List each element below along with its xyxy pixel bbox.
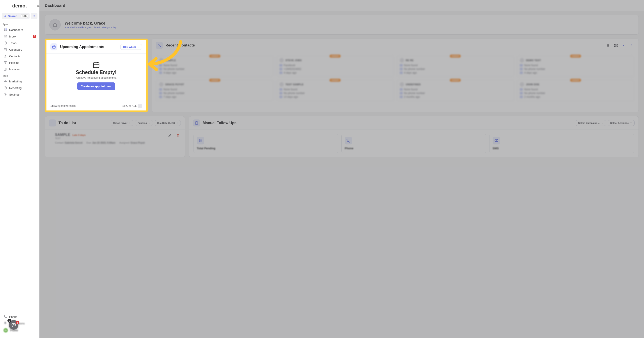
upcoming-filter-dropdown[interactable]: THIS WEEK: [120, 44, 142, 50]
contact-card[interactable]: OWNER STEVE JOBS Facebook+194920240024 d…: [276, 56, 394, 77]
svg-point-51: [199, 142, 200, 142]
avatar-icon: [400, 82, 404, 86]
svg-point-3: [4, 15, 6, 17]
followups-assignee-dropdown[interactable]: Select Assignee: [608, 120, 634, 126]
avatar-icon: Gr: [4, 328, 8, 332]
contact-name: TEST SAMPLE: [286, 83, 304, 86]
gear-icon: [4, 93, 7, 96]
tasks-icon: [4, 41, 7, 45]
chevron-right-nav-icon[interactable]: [629, 42, 634, 48]
nav-dashboard[interactable]: Dashboard: [2, 26, 38, 33]
svg-rect-38: [616, 44, 618, 45]
search-label: Search: [8, 14, 19, 18]
contact-card[interactable]: OWNER RE RE None foundNo phone number4 d…: [397, 56, 514, 77]
nav-inbox[interactable]: Inbox 2: [2, 33, 38, 40]
nav-tasks[interactable]: Tasks: [2, 40, 38, 46]
inbox-icon: [4, 35, 7, 38]
owner-tag: OWNER: [570, 54, 581, 58]
avatar-icon: [520, 58, 524, 62]
search-box[interactable]: Search ctrl K: [2, 13, 30, 19]
search-icon: [4, 14, 6, 18]
view-grid-icon[interactable]: [613, 42, 619, 48]
contact-name: SAMPLE: [165, 59, 176, 62]
contact-name: GRACE PUYOT: [165, 83, 184, 86]
svg-rect-10: [4, 48, 6, 51]
marketing-icon: [4, 80, 7, 83]
calendar-empty-icon: [92, 61, 100, 68]
nav-tools: Marketing Reporting Settings: [2, 78, 38, 98]
followups-campaign-dropdown[interactable]: Select Campaign ...: [576, 120, 606, 126]
chat-widget-button[interactable]: 9 1: [9, 320, 18, 330]
avatar-icon: [280, 58, 284, 62]
reporting-icon: [4, 86, 7, 90]
welcome-heading: Welcome back, Grace!: [65, 21, 117, 26]
upcoming-appointments-card: Upcoming Appointments THIS WEEK Schedule…: [45, 38, 148, 112]
contact-card[interactable]: OWNER SAMPLE None foundNo phone number4 …: [156, 56, 274, 77]
contact-card[interactable]: OWNER TEST SAMPLE None foundNo phone num…: [276, 80, 394, 101]
nav-profile[interactable]: Gr Profile: [2, 326, 38, 334]
followup-stat[interactable]: SMS: [489, 134, 634, 153]
nav-settings[interactable]: Settings: [2, 91, 38, 98]
upcoming-show-all[interactable]: SHOW ALL ›: [122, 104, 142, 108]
contact-card[interactable]: OWNER DEMO TEST None foundNo phone numbe…: [517, 56, 634, 77]
nav-notifications[interactable]: Notifications: [2, 320, 38, 326]
avatar-icon: [159, 82, 164, 86]
welcome-sub: Your dashboard is a great place to start…: [65, 26, 117, 29]
contact-card[interactable]: OWNER UNDEFINED None foundNo phone numbe…: [397, 80, 514, 101]
calendar-icon: [4, 48, 7, 51]
bell-icon: [4, 322, 7, 325]
svg-rect-22: [52, 46, 56, 48]
create-appointment-button[interactable]: Create an appointment: [77, 82, 115, 90]
chevron-down-icon: [138, 46, 140, 48]
followups-card: Manual Follow Ups Select Campaign ... Se…: [189, 116, 639, 158]
nav-marketing[interactable]: Marketing: [2, 78, 38, 84]
pipeline-icon: [4, 61, 7, 64]
nav-phone[interactable]: Phone: [2, 314, 38, 320]
view-list-icon[interactable]: [605, 42, 611, 48]
avatar-icon: [280, 82, 284, 86]
followup-stat[interactable]: Total Pending: [194, 134, 338, 153]
camera-icon[interactable]: [49, 19, 61, 30]
chat-widget-count-dark: 9: [8, 319, 12, 323]
nav-pipeline[interactable]: Pipeline: [2, 60, 38, 66]
nav-calendars[interactable]: Calendars: [2, 46, 38, 53]
upcoming-results-count: Showing 0 of 0 results: [50, 104, 76, 108]
todo-sort-dropdown[interactable]: Due Date (ASC): [155, 120, 181, 126]
quick-action-button[interactable]: [31, 13, 38, 19]
upcoming-empty-title: Schedule Empty!: [76, 70, 117, 76]
svg-rect-6: [6, 28, 6, 30]
main: Dashboard Welcome back, Grace! Your dash…: [40, 0, 644, 338]
svg-point-20: [5, 94, 6, 95]
nav-bottom: Phone Notifications Gr Profile: [2, 314, 38, 334]
todo-status-dropdown[interactable]: Pending: [135, 120, 153, 126]
page-title: Dashboard: [45, 3, 65, 8]
svg-point-14: [4, 55, 6, 56]
topbar: Dashboard: [40, 0, 644, 12]
todo-late-tag: Late 3 days: [72, 134, 86, 136]
recent-contacts-card: Recent Contacts OWNER SAMPLE None foundN…: [152, 38, 639, 112]
contact-name: STEVE JOBS: [286, 59, 302, 62]
avatar-icon: [520, 82, 524, 86]
contact-card[interactable]: OWNER GRACE PUYOT None foundNo phone num…: [156, 80, 274, 101]
followup-stat[interactable]: Phone: [342, 134, 486, 153]
owner-tag: OWNER: [330, 54, 341, 58]
todo-assignee-dropdown[interactable]: Grace Puyot: [111, 120, 134, 126]
search-shortcut: ctrl K: [20, 14, 28, 18]
todo-checkbox[interactable]: [49, 134, 52, 137]
upcoming-empty-sub: You have no pending appointments.: [75, 76, 117, 79]
chevron-left-icon[interactable]: [621, 42, 627, 48]
nav-contacts[interactable]: Contacts: [2, 53, 38, 60]
contacts-badge-icon: [156, 42, 163, 49]
nav-reporting[interactable]: Reporting: [2, 84, 38, 91]
chat-widget-count-red: 1: [16, 321, 19, 324]
svg-rect-37: [614, 44, 616, 45]
svg-rect-40: [616, 46, 618, 47]
collapse-sidebar-icon[interactable]: [36, 4, 40, 8]
todo-badge-icon: [49, 120, 56, 126]
nav-invoices[interactable]: Invoices: [2, 66, 38, 72]
contact-card[interactable]: OWNER JOHN DOE None foundNo phone number…: [517, 80, 634, 101]
edit-icon[interactable]: [167, 133, 173, 138]
delete-icon[interactable]: [175, 133, 181, 138]
svg-point-30: [159, 44, 160, 45]
contact-name: JOHN DOE: [526, 83, 539, 86]
